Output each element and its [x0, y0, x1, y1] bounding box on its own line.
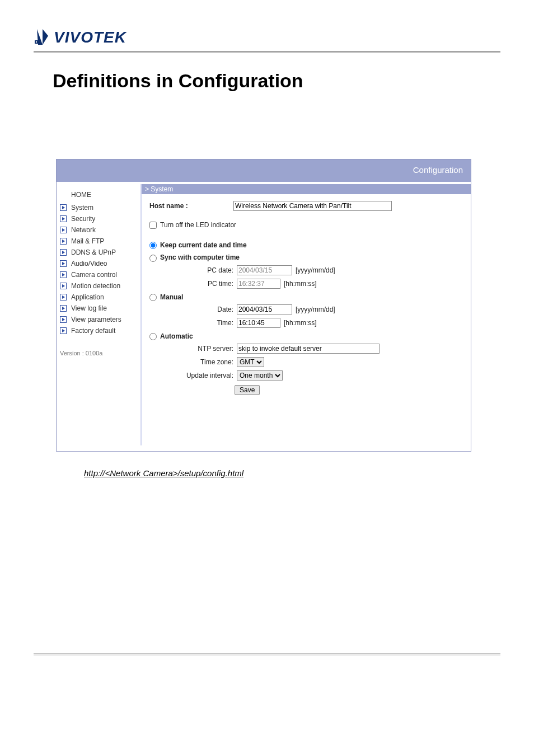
time-row: Time: [hh:mm:ss]	[149, 318, 463, 328]
arrow-right-icon	[60, 227, 67, 233]
sidebar: HOME System Security Network Mail & FTP …	[57, 182, 140, 451]
sidebar-home[interactable]: HOME	[57, 187, 140, 202]
arrow-right-icon	[60, 238, 67, 245]
window-body: HOME System Security Network Mail & FTP …	[57, 182, 471, 451]
radio-automatic[interactable]	[149, 333, 157, 340]
sidebar-item-security[interactable]: Security	[57, 213, 140, 224]
sidebar-item-motion-detection[interactable]: Motion detection	[57, 280, 140, 292]
date-hint: [yyyy/mm/dd]	[296, 306, 335, 313]
sidebar-item-mail-ftp[interactable]: Mail & FTP	[57, 236, 140, 247]
date-row: Date: [yyyy/mm/dd]	[149, 304, 463, 314]
sidebar-item-system[interactable]: System	[57, 202, 140, 213]
radio-keep-current[interactable]	[149, 242, 157, 249]
sidebar-item-label: Audio/Video	[71, 260, 107, 267]
arrow-right-icon	[60, 327, 67, 334]
time-hint: [hh:mm:ss]	[284, 319, 317, 327]
radio-sync-label: Sync with computer time	[160, 253, 240, 261]
breadcrumb: > System	[142, 184, 471, 194]
tz-select[interactable]: GMT	[237, 357, 264, 367]
spacer	[149, 395, 463, 440]
option-automatic: Automatic	[149, 332, 463, 340]
sidebar-item-label: Motion detection	[71, 282, 120, 290]
sidebar-item-label: View parameters	[71, 316, 121, 323]
sidebar-item-camera-control[interactable]: Camera control	[57, 269, 140, 280]
arrow-right-icon	[60, 260, 67, 267]
arrow-right-icon	[60, 204, 67, 211]
document-page: VIVOTEK Definitions in Configuration Con…	[0, 0, 534, 756]
date-input[interactable]	[237, 304, 292, 314]
pcdate-row: PC date: [yyyy/mm/dd]	[149, 265, 463, 275]
option-keep-current: Keep current date and time	[149, 241, 463, 249]
version-text: Version : 0100a	[57, 336, 140, 356]
sidebar-item-label: Security	[71, 215, 95, 223]
radio-manual[interactable]	[149, 294, 157, 301]
option-manual: Manual	[149, 293, 463, 301]
save-row: Save	[235, 385, 463, 395]
page-title: Definitions in Configuration	[53, 70, 500, 92]
footer-url: http://<Network Camera>/setup/config.htm…	[84, 468, 500, 478]
arrow-right-icon	[60, 271, 67, 278]
sidebar-item-label: System	[71, 204, 93, 212]
footer-divider	[34, 654, 500, 655]
hostname-label: Host name :	[149, 202, 233, 210]
arrow-right-icon	[60, 294, 67, 300]
brand-row: VIVOTEK	[34, 28, 500, 47]
sidebar-item-audio-video[interactable]: Audio/Video	[57, 258, 140, 269]
radio-sync[interactable]	[149, 255, 157, 262]
sidebar-item-factory-default[interactable]: Factory default	[57, 325, 140, 336]
sidebar-item-label: Network	[71, 226, 96, 234]
brand-name: VIVOTEK	[54, 29, 127, 46]
arrow-right-icon	[60, 249, 67, 256]
time-input[interactable]	[237, 318, 280, 328]
led-label: Turn off the LED indicator	[160, 221, 236, 229]
arrow-right-icon	[60, 215, 67, 222]
update-row: Update interval: One month	[149, 370, 463, 381]
window-title: Configuration	[413, 165, 463, 175]
date-label: Date:	[149, 306, 237, 313]
window-titlebar: Configuration	[57, 159, 471, 182]
update-label: Update interval:	[149, 372, 237, 379]
arrow-right-icon	[60, 305, 67, 312]
sidebar-item-label: View log file	[71, 304, 107, 312]
sidebar-item-label: DDNS & UPnP	[71, 248, 116, 256]
pctime-row: PC time: [hh:mm:ss]	[149, 279, 463, 289]
ntp-input[interactable]	[237, 344, 380, 354]
sidebar-item-network[interactable]: Network	[57, 224, 140, 236]
radio-manual-label: Manual	[160, 293, 183, 301]
arrow-right-icon	[60, 283, 67, 289]
pctime-label: PC time:	[149, 280, 237, 288]
radio-keep-label: Keep current date and time	[160, 241, 247, 249]
update-select[interactable]: One month	[237, 370, 283, 381]
sidebar-item-view-parameters[interactable]: View parameters	[57, 314, 140, 325]
pctime-hint: [hh:mm:ss]	[284, 280, 317, 288]
hostname-row: Host name :	[149, 201, 463, 211]
save-button[interactable]: Save	[235, 385, 260, 395]
sidebar-item-label: Factory default	[71, 327, 115, 335]
main-panel: > System Host name : Turn off the LED in…	[142, 182, 471, 451]
pctime-input	[237, 279, 280, 289]
pcdate-hint: [yyyy/mm/dd]	[296, 266, 335, 274]
led-row: Turn off the LED indicator	[149, 221, 463, 229]
tz-row: Time zone: GMT	[149, 357, 463, 367]
pcdate-input	[237, 265, 292, 275]
svg-point-1	[36, 41, 37, 43]
sidebar-item-label: Camera control	[71, 271, 117, 279]
option-sync: Sync with computer time	[149, 253, 463, 261]
sidebar-item-view-log[interactable]: View log file	[57, 303, 140, 314]
sidebar-item-label: Mail & FTP	[71, 237, 104, 245]
config-window: Configuration HOME System Security Netwo…	[56, 159, 471, 452]
hostname-input[interactable]	[233, 201, 392, 211]
ntp-label: NTP server:	[149, 345, 237, 353]
header-divider	[34, 51, 500, 53]
brand-logo-icon	[34, 28, 49, 47]
time-label: Time:	[149, 319, 237, 327]
led-checkbox[interactable]	[149, 222, 157, 229]
sidebar-item-application[interactable]: Application	[57, 292, 140, 303]
pcdate-label: PC date:	[149, 266, 237, 274]
sidebar-item-ddns-upnp[interactable]: DDNS & UPnP	[57, 247, 140, 258]
sidebar-item-label: Application	[71, 293, 104, 301]
tz-label: Time zone:	[149, 358, 237, 366]
radio-automatic-label: Automatic	[160, 332, 193, 340]
ntp-row: NTP server:	[149, 344, 463, 354]
arrow-right-icon	[60, 316, 67, 323]
